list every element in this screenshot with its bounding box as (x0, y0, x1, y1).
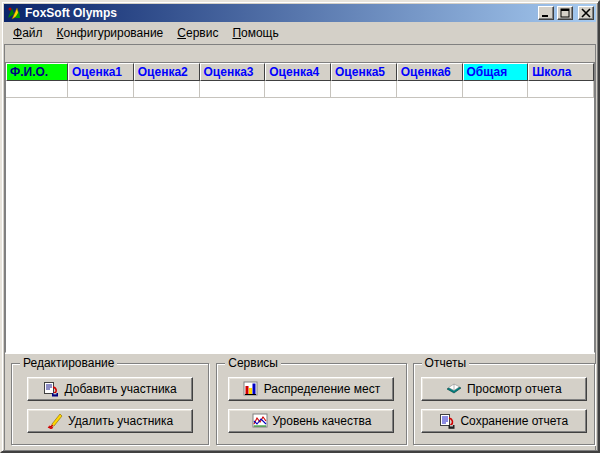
menu-item-help[interactable]: Помощь (225, 24, 285, 42)
table-cell[interactable] (6, 81, 68, 97)
menu-item-file[interactable]: Файл (6, 24, 50, 42)
groupbox-services: Сервисы Распределение мест (216, 363, 406, 445)
minimize-icon (541, 8, 551, 18)
save-report-label: Сохранение отчета (460, 414, 568, 428)
menu-item-configuration[interactable]: Конфигурирование (50, 24, 171, 42)
title-bar[interactable]: FoxSoft Olymps (4, 4, 596, 22)
column-header-ocenka2[interactable]: Оценка2 (134, 63, 200, 81)
table-cell[interactable] (134, 81, 200, 97)
grid-body[interactable] (6, 98, 594, 352)
bar-chart-icon (243, 381, 259, 397)
save-report-button[interactable]: Сохранение отчета (421, 409, 587, 433)
groupbox-editing: Редактирование Добавить участника (11, 363, 209, 445)
app-window: FoxSoft Olymps Файл Конфигурирование Сер… (0, 0, 600, 453)
maximize-button[interactable] (557, 6, 573, 20)
groupbox-reports: Отчеты Просмотр отчета (413, 363, 595, 445)
column-header-ocenka6[interactable]: Оценка6 (397, 63, 463, 81)
delete-participant-button[interactable]: Удалить участника (27, 409, 193, 433)
groupbox-reports-title: Отчеты (422, 356, 469, 370)
column-header-total[interactable]: Общая (463, 63, 529, 81)
maximize-icon (560, 8, 570, 18)
open-book-icon (446, 381, 462, 397)
groupbox-editing-title: Редактирование (20, 356, 117, 370)
close-button[interactable] (578, 6, 594, 20)
quality-level-label: Уровень качества (273, 414, 372, 428)
table-cell[interactable] (463, 81, 529, 97)
menu-bar: Файл Конфигурирование Сервис Помощь (4, 22, 596, 44)
toolbar-strip (5, 45, 595, 62)
window-title: FoxSoft Olymps (25, 4, 535, 22)
table-cell[interactable] (528, 81, 594, 97)
bottom-panel: Редактирование Добавить участника (5, 353, 595, 450)
app-icon (6, 5, 22, 21)
minimize-button[interactable] (538, 6, 554, 20)
grid-header-row: Ф.И.О. Оценка1 Оценка2 Оценка3 Оценка4 О… (6, 63, 594, 81)
view-report-label: Просмотр отчета (467, 382, 562, 396)
column-header-school[interactable]: Школа (528, 63, 594, 81)
add-participant-button[interactable]: Добавить участника (27, 377, 193, 401)
delete-participant-icon (47, 413, 63, 429)
column-header-ocenka5[interactable]: Оценка5 (331, 63, 397, 81)
table-cell[interactable] (265, 81, 331, 97)
table-cell[interactable] (331, 81, 397, 97)
column-header-fio[interactable]: Ф.И.О. (6, 63, 68, 81)
distribution-button[interactable]: Распределение мест (228, 377, 394, 401)
groupbox-services-title: Сервисы (225, 356, 281, 370)
save-report-icon (439, 413, 455, 429)
grid-empty-row[interactable] (6, 81, 594, 98)
table-cell[interactable] (200, 81, 266, 97)
column-header-ocenka4[interactable]: Оценка4 (265, 63, 331, 81)
delete-participant-label: Удалить участника (68, 414, 173, 428)
distribution-label: Распределение мест (264, 382, 381, 396)
column-header-ocenka1[interactable]: Оценка1 (68, 63, 134, 81)
client-area: Ф.И.О. Оценка1 Оценка2 Оценка3 Оценка4 О… (4, 44, 596, 451)
column-header-ocenka3[interactable]: Оценка3 (200, 63, 266, 81)
line-chart-icon (252, 413, 268, 429)
close-icon (581, 8, 591, 18)
quality-level-button[interactable]: Уровень качества (228, 409, 394, 433)
participants-grid[interactable]: Ф.И.О. Оценка1 Оценка2 Оценка3 Оценка4 О… (5, 62, 595, 353)
view-report-button[interactable]: Просмотр отчета (421, 377, 587, 401)
table-cell[interactable] (397, 81, 463, 97)
add-participant-icon (43, 381, 59, 397)
table-cell[interactable] (68, 81, 134, 97)
menu-item-service[interactable]: Сервис (170, 24, 225, 42)
add-participant-label: Добавить участника (64, 382, 176, 396)
